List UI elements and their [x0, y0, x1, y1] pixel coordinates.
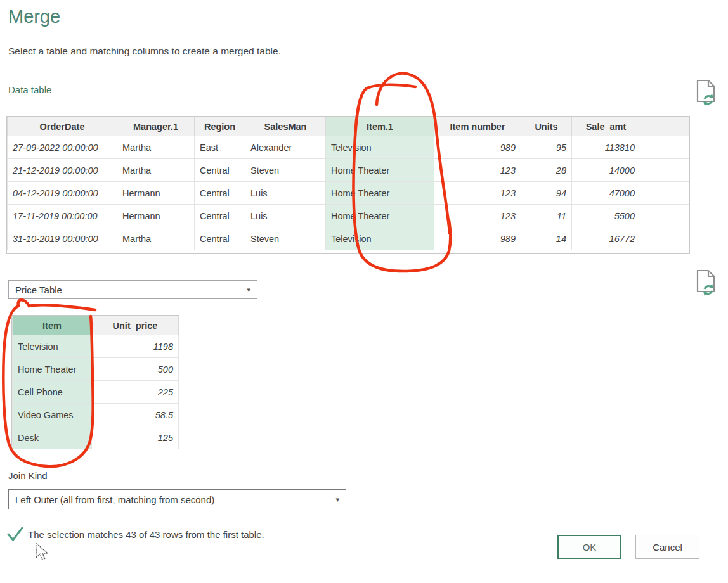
- cancel-button[interactable]: Cancel: [635, 535, 699, 559]
- table-row: Cell Phone 225: [13, 381, 179, 404]
- cell-orderdate[interactable]: 21-12-2019 00:00:00: [8, 159, 117, 182]
- cell-filler: [640, 205, 689, 227]
- cell-item[interactable]: Television: [13, 335, 92, 358]
- cell-sale-amt[interactable]: 47000: [572, 182, 640, 205]
- cell-item[interactable]: Video Games: [13, 404, 92, 426]
- join-kind-dropdown-value: Left Outer (all from first, matching fro…: [15, 494, 214, 505]
- cell-sale-amt[interactable]: 5500: [572, 205, 640, 227]
- cell-unit-price[interactable]: 125: [92, 426, 179, 449]
- cell-item[interactable]: Desk: [13, 426, 92, 449]
- column-header-orderdate[interactable]: OrderDate: [8, 117, 117, 136]
- cell-units[interactable]: 28: [521, 159, 572, 182]
- data-table-header-row: OrderDate Manager.1 Region SalesMan Item…: [8, 117, 689, 136]
- dialog-title: Merge: [8, 6, 60, 27]
- cell-orderdate[interactable]: 31-10-2019 00:00:00: [8, 227, 117, 250]
- mouse-pointer-icon: [35, 542, 50, 565]
- column-header-units[interactable]: Units: [521, 117, 572, 136]
- cell-units[interactable]: 11: [521, 205, 572, 227]
- ok-button[interactable]: OK: [557, 535, 621, 559]
- table-row: Home Theater 500: [13, 358, 179, 381]
- cell-item-number[interactable]: 989: [434, 227, 521, 250]
- cell-region[interactable]: Central: [195, 182, 245, 205]
- cell-region[interactable]: Central: [195, 205, 245, 227]
- cell-region[interactable]: East: [195, 136, 245, 159]
- column-header-item-selected[interactable]: Item: [13, 316, 92, 335]
- cell-salesman[interactable]: Luis: [245, 182, 326, 205]
- column-header-item-number[interactable]: Item number: [434, 117, 521, 136]
- table-row: 27-09-2022 00:00:00 Martha East Alexande…: [8, 136, 689, 159]
- cell-units[interactable]: 94: [521, 182, 572, 205]
- column-header-manager[interactable]: Manager.1: [117, 117, 195, 136]
- merge-dialog: Merge Select a table and matching column…: [0, 0, 728, 583]
- chevron-down-icon: ▾: [335, 496, 339, 504]
- status-message: The selection matches 43 of 43 rows from…: [28, 529, 264, 540]
- cell-item[interactable]: Home Theater: [13, 358, 92, 381]
- refresh-preview-icon[interactable]: [694, 79, 718, 110]
- table-row: 17-11-2019 00:00:00 Hermann Central Luis…: [8, 205, 689, 227]
- column-header-sale-amt[interactable]: Sale_amt: [572, 117, 640, 136]
- cell-manager[interactable]: Martha: [117, 227, 195, 250]
- table-row: 04-12-2019 00:00:00 Hermann Central Luis…: [8, 182, 689, 205]
- cell-item[interactable]: Cell Phone: [13, 381, 92, 404]
- cell-salesman[interactable]: Steven: [245, 159, 326, 182]
- cell-region[interactable]: Central: [195, 227, 245, 250]
- price-table: Item Unit_price Television 1198 Home The…: [11, 315, 179, 452]
- column-header-salesman[interactable]: SalesMan: [245, 117, 326, 136]
- cell-item1[interactable]: Home Theater: [326, 159, 434, 182]
- cell-item1[interactable]: Television: [326, 136, 434, 159]
- column-header-item1-selected[interactable]: Item.1: [326, 117, 434, 136]
- cell-item1[interactable]: Home Theater: [326, 182, 434, 205]
- cell-region[interactable]: Central: [195, 159, 245, 182]
- cell-unit-price[interactable]: 1198: [92, 335, 179, 358]
- cell-manager[interactable]: Hermann: [117, 205, 195, 227]
- cell-filler: [640, 227, 689, 250]
- cell-item-number[interactable]: 123: [434, 182, 521, 205]
- table-row: Video Games 58.5: [13, 404, 179, 426]
- cell-item1[interactable]: Home Theater: [326, 205, 434, 227]
- column-header-unit-price[interactable]: Unit_price: [92, 316, 179, 335]
- chevron-down-icon: ▾: [247, 286, 250, 294]
- cell-manager[interactable]: Martha: [117, 159, 195, 182]
- second-table-dropdown-value: Price Table: [15, 285, 62, 295]
- cell-manager[interactable]: Hermann: [117, 182, 195, 205]
- cell-sale-amt[interactable]: 16772: [572, 227, 640, 250]
- cell-filler: [640, 159, 689, 182]
- cell-filler: [640, 136, 689, 159]
- column-header-filler: [640, 117, 689, 136]
- cell-salesman[interactable]: Steven: [245, 227, 326, 250]
- cell-filler: [640, 182, 689, 205]
- table-row: 21-12-2019 00:00:00 Martha Central Steve…: [8, 159, 689, 182]
- cell-units[interactable]: 14: [521, 227, 572, 250]
- refresh-preview-icon[interactable]: [694, 269, 718, 300]
- cell-salesman[interactable]: Alexander: [245, 136, 326, 159]
- table-row: Desk 125: [13, 426, 179, 449]
- data-table: OrderDate Manager.1 Region SalesMan Item…: [6, 116, 690, 254]
- cell-item1[interactable]: Television: [326, 227, 434, 250]
- cell-item-number[interactable]: 989: [434, 136, 521, 159]
- cell-manager[interactable]: Martha: [117, 136, 195, 159]
- status-check-icon: [7, 527, 24, 545]
- table-row: 31-10-2019 00:00:00 Martha Central Steve…: [8, 227, 689, 250]
- cell-unit-price[interactable]: 500: [92, 358, 179, 381]
- cell-unit-price[interactable]: 58.5: [92, 404, 179, 426]
- data-table-label: Data table: [8, 84, 51, 95]
- cell-item-number[interactable]: 123: [434, 159, 521, 182]
- cell-orderdate[interactable]: 17-11-2019 00:00:00: [8, 205, 117, 227]
- cell-unit-price[interactable]: 225: [92, 381, 179, 404]
- dialog-subtitle: Select a table and matching columns to c…: [8, 46, 281, 57]
- cell-sale-amt[interactable]: 113810: [572, 136, 640, 159]
- column-header-region[interactable]: Region: [195, 117, 245, 136]
- cell-orderdate[interactable]: 04-12-2019 00:00:00: [8, 182, 117, 205]
- second-table-dropdown[interactable]: Price Table ▾: [8, 280, 257, 299]
- cell-orderdate[interactable]: 27-09-2022 00:00:00: [8, 136, 117, 159]
- join-kind-dropdown[interactable]: Left Outer (all from first, matching fro…: [8, 489, 346, 509]
- table-row: Television 1198: [13, 335, 179, 358]
- cell-units[interactable]: 95: [521, 136, 572, 159]
- price-table-header-row: Item Unit_price: [13, 316, 179, 335]
- join-kind-label: Join Kind: [8, 470, 48, 481]
- cell-sale-amt[interactable]: 14000: [572, 159, 640, 182]
- cell-salesman[interactable]: Luis: [245, 205, 326, 227]
- cell-item-number[interactable]: 123: [434, 205, 521, 227]
